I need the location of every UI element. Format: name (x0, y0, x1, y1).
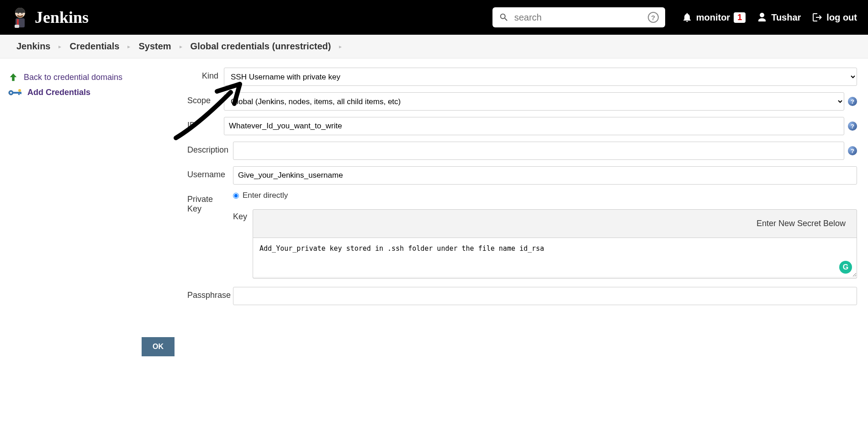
logout-label: log out (826, 12, 857, 23)
pass-input[interactable] (233, 287, 857, 305)
user-name: Tushar (771, 12, 801, 23)
pk-radio-enter[interactable]: Enter directly (233, 191, 857, 200)
svg-rect-4 (17, 19, 19, 26)
svg-point-7 (10, 92, 12, 94)
sidebar-back-label: Back to credential domains (24, 73, 122, 82)
id-help-icon[interactable]: ? (848, 122, 857, 131)
svg-rect-5 (15, 25, 19, 28)
pass-label: Passphrase (187, 287, 233, 300)
sidebar-add-label: Add Credentials (27, 88, 90, 97)
breadcrumb: Jenkins ▸ Credentials ▸ System ▸ Global … (0, 35, 868, 58)
user-link[interactable]: Tushar (757, 12, 801, 23)
crumb-credentials[interactable]: Credentials (69, 41, 119, 52)
sidebar-back-link[interactable]: Back to credential domains (7, 69, 134, 85)
chevron-right-icon: ▸ (339, 43, 342, 50)
id-label: ID (187, 117, 224, 130)
svg-rect-9 (18, 92, 20, 95)
search-box[interactable]: ? (492, 7, 665, 27)
search-input[interactable] (509, 12, 646, 23)
search-help-icon[interactable]: ? (648, 12, 659, 23)
ok-button[interactable]: OK (142, 337, 175, 356)
crumb-global[interactable]: Global credentials (unrestricted) (191, 41, 331, 52)
chevron-right-icon: ▸ (127, 43, 130, 50)
key-area: Enter New Secret Below Add_Your_private … (253, 209, 857, 279)
logout-link[interactable]: log out (812, 12, 857, 23)
monitor-label: monitor (696, 12, 730, 23)
bell-icon (682, 12, 693, 23)
monitor-link[interactable]: monitor 1 (682, 12, 746, 23)
chevron-right-icon: ▸ (58, 43, 61, 50)
desc-input[interactable] (233, 142, 844, 160)
key-icon (8, 89, 22, 96)
svg-point-11 (18, 89, 21, 92)
scope-label: Scope (187, 92, 224, 106)
kind-select[interactable]: SSH Username with private key (224, 68, 857, 86)
monitor-badge: 1 (734, 12, 746, 23)
pk-radio-input[interactable] (233, 193, 239, 199)
scope-select[interactable]: Global (Jenkins, nodes, items, all child… (224, 92, 844, 111)
arrow-up-icon (8, 72, 18, 82)
form-area: Kind SSH Username with private key Scope… (142, 58, 868, 375)
svg-rect-10 (20, 92, 21, 94)
svg-point-2 (21, 13, 23, 14)
user-icon (757, 12, 767, 23)
desc-label: Description (187, 142, 233, 155)
brand-text: Jenkins (35, 8, 89, 27)
svg-rect-8 (13, 92, 21, 94)
svg-point-1 (18, 13, 19, 14)
search-icon (499, 12, 509, 22)
key-header: Enter New Secret Below (253, 210, 857, 238)
header: Jenkins ? monitor 1 Tushar log out (0, 0, 868, 35)
grammarly-icon[interactable]: G (839, 261, 852, 274)
sidebar: Back to credential domains Add Credentia… (0, 58, 142, 375)
desc-help-icon[interactable]: ? (848, 146, 857, 155)
id-input[interactable] (224, 117, 844, 135)
key-label: Key (233, 209, 247, 222)
jenkins-icon (11, 6, 29, 28)
user-label: Username (187, 166, 233, 180)
scope-help-icon[interactable]: ? (848, 97, 857, 106)
user-input[interactable] (233, 166, 857, 185)
key-textarea[interactable]: Add_Your_private key stored in .ssh fold… (253, 238, 857, 277)
logo[interactable]: Jenkins (11, 6, 89, 28)
kind-label: Kind (142, 68, 224, 81)
chevron-right-icon: ▸ (180, 43, 182, 50)
pk-label: Private Key (187, 191, 233, 214)
pk-radio-label: Enter directly (243, 191, 288, 200)
sidebar-add-link[interactable]: Add Credentials (7, 85, 134, 100)
crumb-system[interactable]: System (138, 41, 171, 52)
logout-icon (812, 12, 823, 23)
crumb-jenkins[interactable]: Jenkins (16, 41, 50, 52)
